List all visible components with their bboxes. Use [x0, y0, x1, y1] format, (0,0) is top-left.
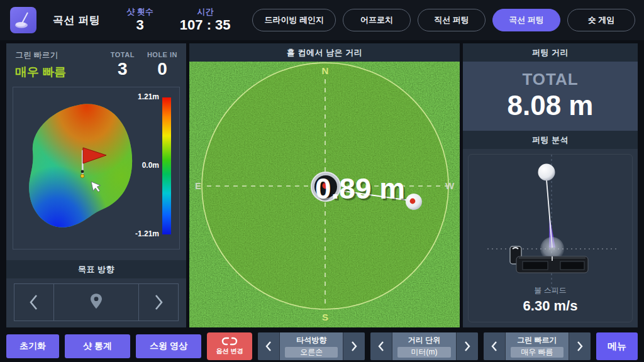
- time-label: 시간: [197, 8, 213, 17]
- distance-unit-prev-button[interactable]: [370, 332, 392, 360]
- green-info-header: 그린 빠르기 매우 빠름 TOTAL 3 HOLE IN 0: [6, 43, 186, 84]
- green-speed-selector: 그린 빠르기 매우 빠름: [484, 332, 591, 360]
- distance-unit-selector: 거리 단위 미터(m): [370, 332, 477, 360]
- chevron-left-icon: [490, 341, 499, 352]
- distance-unit-next-button[interactable]: [457, 332, 478, 360]
- shot-count-label: 샷 횟수: [126, 8, 153, 17]
- putting-analysis-visual: 볼 스피드 6.30 m/s: [468, 154, 633, 322]
- scale-mid: 0.0m: [142, 161, 159, 170]
- ball-speed-label: 볼 스피드: [523, 285, 578, 296]
- ball-speed-value: 6.30 m/s: [523, 298, 578, 314]
- total-value: 3: [118, 59, 128, 79]
- target-direction-header: 목표 방향: [6, 260, 186, 278]
- putting-panel: 퍼팅 거리 TOTAL 8.08 m 퍼팅 분석: [463, 43, 638, 327]
- chevron-right-icon: [575, 341, 584, 352]
- hole-in-label: HOLE IN: [147, 51, 177, 58]
- green-contour-map: 1.21m 0.0m -1.21m: [13, 87, 180, 250]
- time-value: 107 : 35: [180, 17, 231, 33]
- option-change-button[interactable]: 옵션 변경: [207, 332, 252, 360]
- putting-total-value: 8.08 m: [463, 90, 638, 121]
- elapsed-time: 시간 107 : 35: [180, 8, 231, 33]
- green-speed-label: 그린 빠르기: [15, 50, 66, 61]
- chevron-left-icon: [26, 293, 42, 312]
- elevation-scale-labels: 1.21m 0.0m -1.21m: [135, 92, 159, 238]
- hole-in-value: 0: [157, 59, 167, 79]
- target-direction-controls: [14, 283, 179, 321]
- green-speed: 그린 빠르기 매우 빠름: [15, 50, 66, 80]
- green-speed-selector-label: 그린 빠르기: [517, 335, 557, 346]
- scale-max: 1.21m: [138, 92, 159, 101]
- tab-approach[interactable]: 어프로치: [343, 9, 411, 31]
- remaining-distance-header: 홀 컵에서 남은 거리: [189, 43, 460, 62]
- chevron-left-icon: [264, 341, 273, 352]
- handedness-label: 타석방향: [296, 335, 326, 346]
- remaining-distance-value: 0.89 m: [315, 172, 405, 205]
- compass-east-label: E: [195, 180, 201, 191]
- handedness-next-button[interactable]: [343, 332, 365, 360]
- target-direction-next-button[interactable]: [139, 284, 178, 321]
- green-speed-display: 그린 빠르기 매우 빠름: [506, 332, 569, 360]
- main-area: 그린 빠르기 매우 빠름 TOTAL 3 HOLE IN 0: [0, 40, 644, 327]
- green-speed-next-button[interactable]: [569, 332, 591, 360]
- top-bar: 곡선 퍼팅 샷 횟수 3 시간 107 : 35 드라이빙 레인지 어프로치 직…: [0, 0, 644, 40]
- putting-analysis-header: 퍼팅 분석: [463, 131, 638, 149]
- putting-distance-total: TOTAL 8.08 m: [463, 62, 638, 131]
- handedness-prev-button[interactable]: [258, 332, 279, 360]
- chevron-right-icon: [151, 293, 166, 312]
- location-pin-icon: [88, 292, 104, 312]
- compass-north-label: N: [322, 65, 329, 76]
- tab-curved-putting[interactable]: 곡선 퍼팅: [492, 9, 560, 31]
- swing-video-button[interactable]: 스윙 영상: [136, 334, 201, 358]
- shot-count-value: 3: [136, 17, 143, 33]
- green-slope-map: [16, 90, 145, 247]
- handedness-display: 타석방향 오른손: [280, 332, 343, 360]
- option-change-label: 옵션 변경: [216, 347, 243, 356]
- elevation-scale-bar: [162, 97, 171, 234]
- putt-trajectory-svg: [469, 155, 632, 288]
- compass-west-label: W: [445, 180, 455, 191]
- ball-speed: 볼 스피드 6.30 m/s: [523, 285, 578, 321]
- target-direction-pin[interactable]: [53, 284, 139, 321]
- shot-stats-button[interactable]: 샷 통계: [65, 334, 130, 358]
- app-logo: [10, 7, 36, 33]
- green-top-view-svg: N S E W 0.89 m 0.89 m: [189, 62, 460, 327]
- distance-unit-display: 거리 단위 미터(m): [392, 332, 455, 360]
- reset-button[interactable]: 초기화: [6, 334, 59, 358]
- menu-button[interactable]: 메뉴: [596, 332, 638, 360]
- hole-in: HOLE IN 0: [147, 51, 177, 79]
- putting-analysis: 볼 스피드 6.30 m/s: [463, 149, 638, 327]
- compass-south-label: S: [322, 312, 328, 322]
- handedness-selector: 타석방향 오른손: [258, 332, 365, 360]
- mode-tabs: 드라이빙 레인지 어프로치 직선 퍼팅 곡선 퍼팅 숏 게임: [252, 9, 635, 31]
- launched-ball: [538, 164, 555, 181]
- tab-short-game[interactable]: 숏 게임: [567, 9, 635, 31]
- scale-min: -1.21m: [135, 229, 159, 238]
- target-direction-prev-button[interactable]: [14, 284, 53, 321]
- tab-straight-putting[interactable]: 직선 퍼팅: [418, 9, 486, 31]
- swap-loop-icon: [221, 337, 238, 346]
- remaining-distance-panel: 홀 컵에서 남은 거리: [189, 43, 460, 327]
- golf-ball: [406, 194, 422, 210]
- chevron-right-icon: [350, 341, 358, 352]
- mode-title: 곡선 퍼팅: [53, 13, 100, 28]
- green-speed-prev-button[interactable]: [484, 332, 505, 360]
- putting-distance-header: 퍼팅 거리: [463, 43, 638, 62]
- tab-driving-range[interactable]: 드라이빙 레인지: [252, 9, 336, 31]
- distance-unit-value: 미터(m): [397, 347, 450, 358]
- handedness-value: 오른손: [285, 347, 338, 358]
- putting-total-label: TOTAL: [463, 70, 638, 89]
- total-label: TOTAL: [111, 51, 135, 58]
- green-speed-selector-value: 매우 빠름: [511, 347, 564, 358]
- distance-unit-label: 거리 단위: [408, 335, 440, 346]
- score-totals: TOTAL 3 HOLE IN 0: [111, 51, 177, 79]
- shot-count: 샷 횟수 3: [126, 8, 153, 33]
- chevron-left-icon: [377, 341, 386, 352]
- green-speed-value: 매우 빠름: [15, 64, 66, 80]
- chevron-right-icon: [463, 341, 472, 352]
- green-info-panel: 그린 빠르기 매우 빠름 TOTAL 3 HOLE IN 0: [6, 43, 186, 327]
- green-top-view: N S E W 0.89 m 0.89 m: [189, 62, 460, 327]
- putter-icon: [13, 9, 34, 31]
- total-shots: TOTAL 3: [111, 51, 135, 79]
- bottom-bar: 초기화 샷 통계 스윙 영상 옵션 변경 타석방향 오른손: [0, 331, 644, 362]
